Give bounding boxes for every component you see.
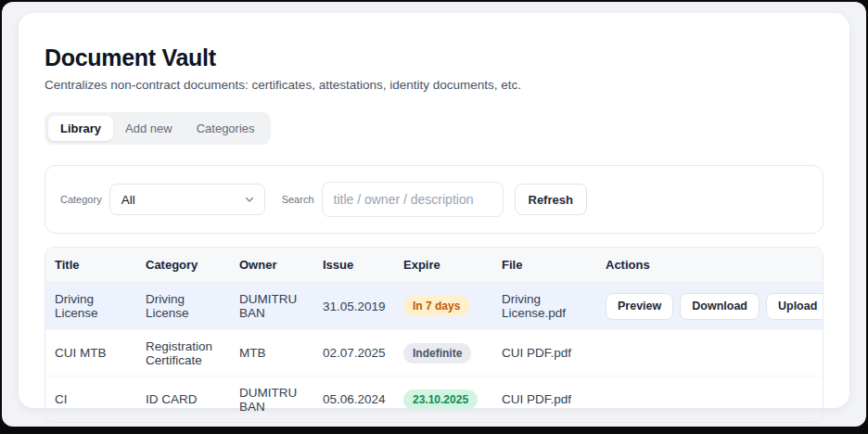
expire-status-badge: 23.10.2025 (403, 389, 478, 410)
tab-add-new[interactable]: Add new (113, 116, 185, 141)
table-row: CUI MTB Registration Certificate MTB 02.… (45, 329, 823, 376)
table-row: CI ID CARD DUMITRU BAN 05.06.2024 23.10.… (45, 376, 823, 422)
cell-title: CUI MTB (55, 346, 146, 360)
category-select-value: All (121, 193, 135, 207)
cell-issue: 05.06.2024 (323, 392, 403, 406)
expire-status-badge: Indefinite (403, 343, 471, 364)
cell-issue: 02.07.2025 (323, 346, 403, 360)
column-header-file: File (502, 248, 606, 282)
cell-category: ID CARD (146, 392, 239, 406)
cell-file: Driving License.pdf (502, 292, 606, 320)
cell-file: CUI PDF.pdf (502, 346, 606, 360)
refresh-button[interactable]: Refresh (515, 184, 587, 215)
expire-status-badge: In 7 days (403, 296, 469, 316)
table-row: Driving License Driving License DUMITRU … (45, 283, 823, 329)
column-header-issue: Issue (323, 248, 403, 282)
download-button[interactable]: Download (680, 293, 760, 320)
page-subtitle: Centralizes non-contract documents: cert… (45, 78, 823, 92)
cell-file: CUI PDF.pdf (502, 392, 606, 406)
search-input[interactable] (322, 182, 504, 217)
preview-button[interactable]: Preview (606, 293, 673, 320)
filter-bar: Category All Search Refresh (45, 165, 823, 234)
document-vault-card: Document Vault Centralizes non-contract … (19, 13, 849, 408)
search-label: Search (282, 194, 314, 205)
category-label: Category (60, 194, 102, 205)
column-header-expire: Expire (403, 248, 502, 282)
app-background: Document Vault Centralizes non-contract … (2, 2, 866, 427)
column-header-actions: Actions (606, 248, 823, 282)
upload-button[interactable]: Upload (766, 293, 823, 320)
category-select[interactable]: All (109, 184, 265, 215)
table-header-row: Title Category Owner Issue Expire File A… (45, 248, 823, 283)
column-header-owner: Owner (239, 248, 323, 282)
cell-category: Registration Certificate (146, 339, 239, 367)
tab-categories[interactable]: Categories (185, 116, 267, 141)
actions-cell: Preview Download Upload Delete (606, 293, 823, 320)
cell-category: Driving License (146, 292, 239, 320)
cell-issue: 31.05.2019 (323, 300, 403, 313)
cell-owner: DUMITRU BAN (239, 292, 323, 320)
page-title: Document Vault (45, 45, 823, 71)
chevron-down-icon (244, 194, 255, 205)
column-header-title: Title (55, 248, 146, 282)
cell-title: CI (55, 392, 146, 406)
cell-owner: DUMITRU BAN (239, 386, 323, 414)
tab-bar: Library Add new Categories (45, 112, 271, 145)
cell-title: Driving License (55, 292, 146, 320)
column-header-category: Category (146, 248, 239, 282)
cell-owner: MTB (239, 346, 323, 360)
tab-library[interactable]: Library (48, 116, 113, 141)
documents-table: Title Category Owner Issue Expire File A… (45, 247, 823, 423)
